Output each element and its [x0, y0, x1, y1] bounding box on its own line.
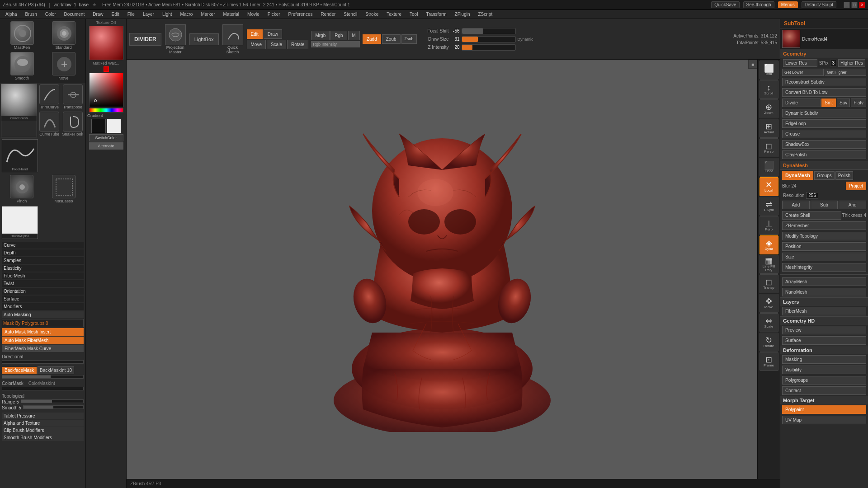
actual-btn[interactable]: ⊞ Actual [760, 119, 778, 138]
quick-save-btn[interactable]: QuickSave [711, 1, 739, 8]
higher-res-btn[interactable]: Higher Res [838, 59, 865, 67]
auto-mask-fibermesh-btn[interactable]: Auto Mask FiberMesh [2, 337, 84, 344]
menus-btn[interactable]: Menus [778, 1, 798, 8]
menu-file[interactable]: File [124, 11, 138, 18]
polish-btn[interactable]: Polish [835, 171, 853, 180]
rgb-btn[interactable]: Rgb [330, 31, 347, 40]
menu-document[interactable]: Document [61, 11, 89, 18]
samples-section[interactable]: Samples [2, 257, 84, 264]
mrgb-btn[interactable]: Mrgb [311, 31, 330, 40]
zsub-btn[interactable]: Zsub [401, 34, 417, 44]
brush-snarehook[interactable]: SnakeHook [61, 111, 85, 137]
subtool-row[interactable]: DemoHead4 [780, 28, 868, 50]
divide-btn[interactable]: Divide [782, 99, 821, 107]
size-btn[interactable]: Size [782, 253, 866, 261]
transp-btn[interactable]: ◻ Transp [760, 274, 778, 293]
smooth-slider[interactable] [23, 405, 84, 409]
local-btn[interactable]: ✕ Local [760, 177, 778, 196]
menu-color[interactable]: Color [42, 11, 60, 18]
viewport-canvas[interactable]: ■ [127, 60, 757, 479]
color-indicator[interactable] [104, 66, 109, 72]
range-slider[interactable] [21, 399, 84, 403]
crease-btn[interactable]: Crease [782, 130, 866, 138]
polypaint-btn[interactable]: Polypaint [782, 405, 866, 414]
brill-btn[interactable]: ⬜ Brill [760, 61, 778, 80]
mesh-integrity-btn[interactable]: MeshIntegrity [782, 263, 866, 272]
rotate-btn[interactable]: Rotate [287, 40, 308, 49]
brush-maslasso[interactable]: MasLasso [43, 174, 85, 204]
scale-btn[interactable]: Scale [267, 40, 286, 49]
menu-texture[interactable]: Texture [383, 11, 405, 18]
dynamesh-active-btn[interactable]: DynaMesh [782, 171, 813, 180]
lower-res-btn[interactable]: Lower Res [783, 59, 817, 67]
alpha-texture-btn[interactable]: Alpha and Texture [2, 420, 84, 427]
zoom-btn[interactable]: ⊕ Zoom [760, 99, 778, 118]
close-btn[interactable]: × [859, 2, 865, 8]
back-mask-curve-slider[interactable] [2, 375, 84, 379]
thumb-freehand[interactable]: FreeHand [2, 139, 38, 172]
directional-slider[interactable] [2, 360, 84, 364]
suv-btn[interactable]: Suv [837, 99, 850, 107]
nanomesh-btn[interactable]: NanoMesh [782, 288, 866, 296]
menu-tool[interactable]: Tool [406, 11, 421, 18]
color-gradient-picker[interactable] [89, 73, 123, 107]
brush-transpose[interactable]: Transpose [61, 84, 85, 110]
line-fill-btn[interactable]: ▦ Line Fill Poly [760, 255, 778, 274]
add-btn[interactable]: Add [782, 201, 810, 209]
create-shell-btn[interactable]: Create Shell [782, 211, 841, 220]
minimize-btn[interactable]: _ [844, 2, 850, 8]
see-through-btn[interactable]: See-through [743, 1, 774, 8]
dynamesh-section-header[interactable]: DynaMesh [780, 161, 868, 170]
arraymesh-btn[interactable]: ArrayMesh [782, 277, 866, 286]
move-btn[interactable]: Move [247, 40, 266, 49]
brush-smooth[interactable]: Smooth [1, 51, 42, 81]
scroll-btn[interactable]: ↕ Scroll [760, 80, 778, 99]
thumb-brush-alpha[interactable]: BrushAlpha [2, 206, 38, 239]
z-intensity-slider[interactable] [462, 44, 516, 51]
groups-btn[interactable]: Groups [814, 171, 835, 180]
visibility-btn[interactable]: Visibility [782, 366, 866, 374]
black-swatch[interactable] [91, 119, 106, 133]
brush-mastpen[interactable]: MastPen [1, 20, 42, 51]
claypolish-btn[interactable]: ClayPolish [782, 150, 866, 159]
get-lower-btn[interactable]: Get Lower [782, 69, 824, 76]
persp-btn[interactable]: ◻ Persp [760, 138, 778, 157]
scale-canvas-btn[interactable]: ⇔ Scale [760, 313, 778, 332]
focal-shift-slider[interactable] [462, 28, 516, 34]
fibermesh-section[interactable]: FiberMesh [2, 272, 84, 279]
switch-color-btn[interactable]: SwitchColor [89, 134, 123, 141]
menu-alpha[interactable]: Alpha [2, 11, 21, 18]
brush-curvetube[interactable]: CurveTube [38, 111, 61, 137]
maximize-btn[interactable]: □ [851, 2, 858, 8]
contact-btn[interactable]: Contact [782, 386, 866, 395]
rotate-canvas-btn[interactable]: ↻ Rotate [760, 333, 778, 352]
and-btn[interactable]: And [839, 201, 866, 209]
geometry-hd-btn[interactable]: Geometry HD [780, 316, 868, 325]
lightbox-btn[interactable]: LightBox [189, 33, 219, 45]
menu-layer[interactable]: Layer [139, 11, 158, 18]
surface-section[interactable]: Surface [2, 296, 84, 302]
fibermesh-mask-curve-btn[interactable]: FiberMesh Mask Curve [2, 345, 84, 352]
brush-standard[interactable]: Standard [43, 20, 84, 51]
fibermesh-btn[interactable]: FiberMesh [782, 307, 866, 315]
flatv-btn[interactable]: Flatv [851, 99, 866, 107]
alternate-btn[interactable]: Alternate [89, 142, 123, 150]
sym-btn[interactable]: ⇌ 1:Sym [760, 197, 778, 216]
floor-btn[interactable]: ⬛ Floor [760, 158, 778, 177]
geometry-section-header[interactable]: Geometry [780, 50, 868, 58]
m-btn[interactable]: M [348, 31, 360, 40]
elasticity-section[interactable]: Elasticity [2, 265, 84, 272]
curve-section[interactable]: Curve [2, 242, 84, 249]
zoub-btn[interactable]: Zoub [382, 34, 401, 44]
brush-move[interactable]: Move [43, 51, 84, 81]
dyna-btn[interactable]: ◈ Dyna [760, 235, 778, 254]
quick-sketch-btn[interactable]: Quick Sketch [222, 24, 244, 54]
white-swatch[interactable] [107, 119, 121, 133]
dynamic-subdiv-btn[interactable]: Dynamic Subdiv [782, 109, 866, 117]
menu-render[interactable]: Render [317, 11, 340, 18]
hue-slider[interactable] [89, 108, 123, 113]
preview-btn[interactable]: Preview [782, 326, 866, 334]
perp-btn[interactable]: ⊥ Perp [760, 216, 778, 235]
projection-master-btn[interactable]: Projection Master [164, 24, 187, 54]
color-mask-slider[interactable] [2, 387, 84, 390]
